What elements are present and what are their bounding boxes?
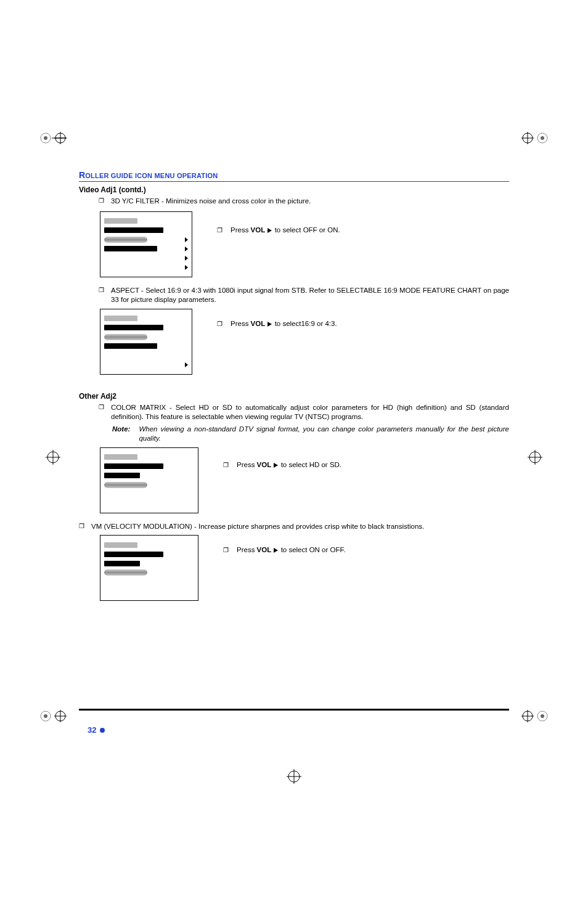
svg-point-7 [541,136,544,140]
caption-text: Press VOL to select HD or SD. [237,461,341,468]
svg-point-1 [44,136,47,140]
bullet-vm: ❐ VM (VELOCITY MODULATION) - Increase pi… [79,522,509,532]
figure-vm: ❐ Press VOL to select ON or OFF. [100,535,509,601]
menu-diagram [100,535,198,601]
menu-diagram [100,309,192,375]
registration-mark-icon [39,444,67,471]
registration-mark-icon [39,124,67,152]
caption-post: to select OFF or ON. [272,226,340,234]
caption-aspect: ❐ Press VOL to select16:9 or 4:3. [217,320,337,328]
registration-mark-icon [280,763,308,790]
caption-post: to select ON or OFF. [279,546,345,553]
bullet-3d-filter-text: 3D Y/C FILTER - Minimizes noise and cros… [111,197,509,206]
section-title: ROLLER GUIDE ICON MENU OPERATION [79,170,509,182]
caption-bold: VOL [257,546,272,553]
caption-pre: Press [231,320,251,327]
caption-bold: VOL [257,461,272,468]
caption-pre: Press [237,461,257,468]
svg-point-18 [44,714,47,718]
bullet-icon: ❐ [99,403,105,412]
caption-post: to select16:9 or 4:3. [272,320,337,327]
play-right-icon [274,548,278,553]
page-dot-icon [100,728,105,733]
page-number: 32 [79,725,105,735]
page-number-value: 32 [88,725,96,735]
caption-bold: VOL [251,226,266,234]
bullet-aspect-text: ASPECT - Select 16:9 or 4:3 with 1080i i… [111,286,509,305]
play-right-icon [274,463,278,468]
note-label: Note: [112,425,130,444]
registration-mark-icon [39,703,67,730]
other-adj2-heading: Other Adj2 [79,392,509,401]
note-row: Note: When viewing a non-standard DTV si… [79,425,509,444]
bullet-icon: ❐ [217,226,223,235]
play-right-icon [267,322,272,327]
caption-bold: VOL [251,320,266,327]
caption-3d-filter: ❐ Press VOL to select OFF or ON. [217,226,340,235]
page-footer: 32 [79,709,509,735]
bullet-aspect: ❐ ASPECT - Select 16:9 or 4:3 with 1080i… [79,286,509,305]
caption-text: Press VOL to select16:9 or 4:3. [231,320,337,327]
footer-rule [79,709,509,711]
bullet-icon: ❐ [217,320,223,328]
caption-text: Press VOL to select ON or OFF. [237,546,345,553]
play-right-icon [267,228,272,233]
caption-post: to select HD or SD. [279,461,341,468]
figure-3d-filter: ❐ Press VOL to select OFF or ON. [100,211,509,277]
caption-color-matrix: ❐ Press VOL to select HD or SD. [223,461,341,470]
registration-mark-icon [521,124,549,152]
video-adj1-heading: Video Adj1 (contd.) [79,185,509,194]
bullet-color-matrix-text: COLOR MATRIX - Select HD or SD to automa… [111,403,509,422]
svg-point-23 [541,714,544,718]
caption-text: Press VOL to select OFF or ON. [231,226,340,234]
bullet-icon: ❐ [223,546,229,555]
section-title-prefix: R [79,170,85,180]
caption-pre: Press [237,546,257,553]
page-content: ROLLER GUIDE ICON MENU OPERATION Video A… [79,170,509,609]
note-body: When viewing a non-standard DTV signal f… [139,425,509,444]
figure-aspect: ❐ Press VOL to select16:9 or 4:3. [100,309,509,375]
bullet-color-matrix: ❐ COLOR MATRIX - Select HD or SD to auto… [79,403,509,422]
registration-mark-icon [521,444,549,471]
bullet-icon: ❐ [79,522,85,531]
bullet-icon: ❐ [99,197,105,205]
menu-diagram [100,447,198,513]
caption-vm: ❐ Press VOL to select ON or OFF. [223,546,345,555]
caption-pre: Press [231,226,251,234]
menu-diagram [100,211,192,277]
section-title-rest: OLLER GUIDE ICON MENU OPERATION [85,172,218,179]
bullet-icon: ❐ [223,461,229,470]
bullet-vm-text: VM (VELOCITY MODULATION) - Increase pict… [91,522,509,532]
bullet-3d-filter: ❐ 3D Y/C FILTER - Minimizes noise and cr… [79,197,509,206]
registration-mark-icon [521,703,549,730]
bullet-icon: ❐ [99,286,105,295]
figure-color-matrix: ❐ Press VOL to select HD or SD. [100,447,509,513]
